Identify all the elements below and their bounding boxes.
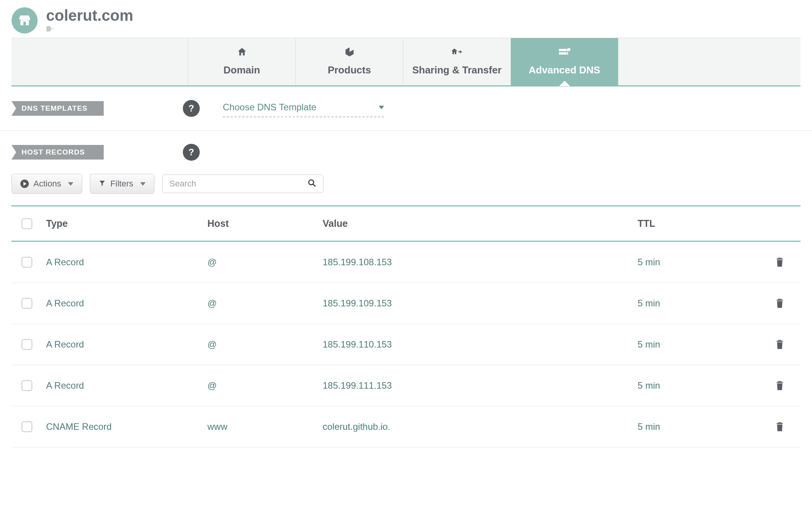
box-icon: [344, 47, 355, 59]
cell-type[interactable]: A Record: [46, 298, 207, 309]
cell-value[interactable]: 185.199.108.153: [323, 257, 638, 268]
cell-value[interactable]: colerut.github.io.: [323, 421, 638, 432]
page-header: colerut.com +: [0, 0, 812, 38]
table-row: CNAME Recordwwwcolerut.github.io.5 min: [12, 406, 800, 447]
cell-ttl[interactable]: 5 min: [638, 380, 761, 391]
cell-type[interactable]: CNAME Record: [46, 421, 207, 432]
cell-ttl[interactable]: 5 min: [638, 257, 761, 268]
cell-host[interactable]: @: [207, 339, 323, 350]
col-type: Type: [46, 218, 207, 229]
tab-spacer: [12, 38, 188, 85]
tab-label: Domain: [224, 64, 260, 76]
table-row: A Record@185.199.111.1535 min: [12, 365, 800, 406]
delete-button[interactable]: [761, 380, 799, 391]
tab-domain[interactable]: Domain: [188, 38, 296, 85]
svg-rect-16: [778, 381, 781, 382]
svg-rect-13: [777, 300, 783, 301]
select-all-checkbox[interactable]: [22, 218, 32, 229]
row-checkbox[interactable]: [22, 380, 32, 391]
dns-template-select-label: Choose DNS Template: [223, 102, 317, 113]
play-icon: [20, 180, 29, 188]
cell-ttl[interactable]: 5 min: [638, 421, 761, 432]
svg-point-8: [309, 180, 314, 185]
svg-line-9: [313, 184, 315, 186]
search-input[interactable]: [169, 179, 292, 189]
svg-rect-11: [777, 259, 783, 260]
row-checkbox[interactable]: [22, 257, 32, 268]
svg-text:+: +: [52, 26, 54, 32]
search-field[interactable]: [162, 175, 323, 193]
records-toolbar: Actions Filters: [0, 165, 812, 205]
records-table: Type Host Value TTL A Record@185.199.108…: [12, 205, 800, 447]
svg-rect-1: [23, 22, 26, 25]
domain-logo: [12, 7, 38, 33]
table-row: A Record@185.199.110.1535 min: [12, 324, 800, 365]
delete-button[interactable]: [761, 298, 799, 309]
svg-point-5: [567, 48, 570, 51]
svg-point-6: [566, 50, 567, 51]
search-icon[interactable]: [308, 179, 316, 189]
chevron-down-icon: [68, 182, 73, 186]
col-value: Value: [323, 218, 638, 229]
tab-label: Advanced DNS: [529, 64, 600, 76]
tab-products[interactable]: Products: [296, 38, 403, 85]
delete-button[interactable]: [761, 339, 799, 350]
cell-host[interactable]: @: [207, 298, 323, 309]
row-checkbox[interactable]: [22, 298, 32, 309]
dns-template-select[interactable]: Choose DNS Template: [223, 100, 384, 117]
tab-bar: Domain Products Sharing & Transfer Advan…: [12, 38, 800, 87]
storefront-icon: [17, 13, 32, 28]
cell-ttl[interactable]: 5 min: [638, 298, 761, 309]
table-row: A Record@185.199.108.1535 min: [12, 242, 800, 283]
help-icon[interactable]: ?: [183, 144, 200, 161]
add-tag-icon[interactable]: +: [46, 26, 133, 34]
home-icon: [236, 47, 248, 59]
tab-label: Products: [328, 64, 371, 76]
cell-type[interactable]: A Record: [46, 380, 207, 391]
tab-filler: [618, 38, 800, 85]
svg-rect-12: [778, 299, 781, 299]
transfer-icon: [451, 47, 464, 59]
table-row: A Record@185.199.109.1535 min: [12, 283, 800, 324]
cell-host[interactable]: @: [207, 257, 323, 268]
cell-value[interactable]: 185.199.110.153: [323, 339, 638, 350]
svg-rect-19: [777, 423, 783, 424]
chevron-down-icon: [140, 182, 146, 186]
dns-templates-label: DNS TEMPLATES: [12, 101, 104, 116]
table-header: Type Host Value TTL: [12, 206, 800, 242]
host-records-label: HOST RECORDS: [12, 145, 104, 160]
cell-value[interactable]: 185.199.109.153: [323, 298, 638, 309]
cell-type[interactable]: A Record: [46, 339, 207, 350]
funnel-icon: [99, 179, 106, 189]
tab-advanced-dns[interactable]: Advanced DNS: [511, 38, 618, 85]
col-host: Host: [207, 218, 323, 229]
svg-rect-17: [777, 382, 783, 383]
row-checkbox[interactable]: [22, 339, 32, 350]
delete-button[interactable]: [761, 256, 799, 268]
filters-button[interactable]: Filters: [90, 174, 154, 194]
svg-rect-18: [778, 422, 781, 423]
chevron-down-icon: [379, 106, 384, 109]
cell-host[interactable]: @: [207, 380, 323, 391]
cell-host[interactable]: www: [207, 421, 323, 432]
filters-label: Filters: [110, 179, 133, 189]
svg-rect-15: [777, 341, 783, 342]
row-checkbox[interactable]: [22, 421, 32, 432]
host-records-section: HOST RECORDS ?: [0, 131, 812, 165]
actions-label: Actions: [33, 179, 61, 189]
domain-title: colerut.com: [46, 7, 133, 24]
help-icon[interactable]: ?: [183, 100, 200, 117]
col-ttl: TTL: [638, 218, 761, 229]
svg-point-7: [566, 53, 567, 54]
delete-button[interactable]: [761, 421, 799, 433]
cell-ttl[interactable]: 5 min: [638, 339, 761, 350]
svg-rect-10: [778, 258, 781, 258]
cell-type[interactable]: A Record: [46, 257, 207, 268]
dns-templates-section: DNS TEMPLATES ? Choose DNS Template: [0, 87, 812, 131]
actions-button[interactable]: Actions: [12, 174, 82, 194]
cell-value[interactable]: 185.199.111.153: [323, 380, 638, 391]
server-icon: [558, 47, 571, 59]
tab-sharing-transfer[interactable]: Sharing & Transfer: [403, 38, 511, 85]
svg-rect-14: [778, 340, 781, 341]
tab-label: Sharing & Transfer: [412, 64, 502, 76]
